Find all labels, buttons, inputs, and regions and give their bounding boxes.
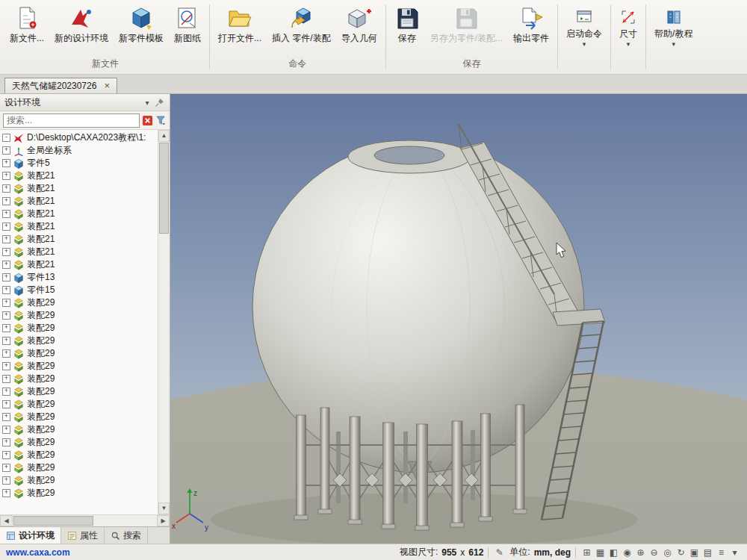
tree-item[interactable]: +装配29 <box>2 398 158 411</box>
zoom-out-icon[interactable]: ⊖ <box>648 547 660 558</box>
scroll-right-icon[interactable]: ▶ <box>157 515 170 526</box>
filter-icon[interactable] <box>155 115 167 126</box>
tree-expand-icon[interactable]: + <box>2 197 10 205</box>
tree-vertical-scrollbar[interactable]: ▲ ▼ <box>158 130 170 514</box>
tree-item[interactable]: +装配29 <box>2 474 158 487</box>
wireframe-icon[interactable]: ▦ <box>594 547 607 558</box>
tree-item[interactable]: +全局坐标系 <box>2 144 158 157</box>
tab-design-environment[interactable]: 设计环境 <box>0 527 61 544</box>
scroll-up-icon[interactable]: ▲ <box>158 130 170 142</box>
tree-item[interactable]: +装配29 <box>2 347 158 360</box>
new-part-template-button[interactable]: 新零件模板 <box>114 2 169 48</box>
new-drawing-button[interactable]: 新图纸 <box>169 2 206 48</box>
tree-root-item[interactable]: - D:\Desktop\CAXA2023教程\1: <box>2 131 158 144</box>
tree-expand-icon[interactable]: + <box>2 324 10 332</box>
scrollbar-thumb[interactable] <box>13 516 93 526</box>
tree-item[interactable]: +零件5 <box>2 157 158 169</box>
close-icon[interactable]: × <box>104 82 110 90</box>
tree-expand-icon[interactable]: + <box>2 413 10 421</box>
help-button[interactable]: 帮助/教程 ▾ <box>649 2 698 49</box>
launch-command-button[interactable]: 启动命令 ▾ <box>561 2 607 49</box>
save-as-button[interactable]: 另存为零件/装配... <box>425 2 508 48</box>
view-cube-icon[interactable]: ▣ <box>688 547 701 558</box>
tree-item[interactable]: +装配29 <box>2 322 158 335</box>
export-part-button[interactable]: 输出零件 <box>508 2 554 48</box>
tree-item[interactable]: +装配29 <box>2 449 158 461</box>
scroll-down-icon[interactable]: ▼ <box>158 503 170 514</box>
tree-collapse-icon[interactable]: - <box>2 134 10 142</box>
tree-expand-icon[interactable]: + <box>2 438 10 447</box>
tree-expand-icon[interactable]: + <box>2 375 10 383</box>
tree-item[interactable]: +装配29 <box>2 423 158 436</box>
tree-item[interactable]: +装配29 <box>2 309 158 322</box>
tree-item[interactable]: +零件15 <box>2 284 158 296</box>
tree-expand-icon[interactable]: + <box>2 362 10 370</box>
new-file-button[interactable]: 新文件... <box>4 2 49 48</box>
new-design-env-button[interactable]: 新的设计环境 <box>49 2 114 48</box>
caxa-website-link[interactable]: www.caxa.com <box>6 547 70 558</box>
grid-icon[interactable]: ▤ <box>701 547 714 558</box>
search-input[interactable] <box>3 113 140 128</box>
tree-expand-icon[interactable]: + <box>2 273 10 281</box>
tree-expand-icon[interactable]: + <box>2 464 10 472</box>
document-tab[interactable]: 天然气储罐20230726 × <box>4 78 117 93</box>
tree-item[interactable]: +装配29 <box>2 296 158 309</box>
tree-expand-icon[interactable]: + <box>2 159 10 167</box>
tree-expand-icon[interactable]: + <box>2 311 10 320</box>
more-options-icon[interactable]: ▾ <box>728 547 741 558</box>
tree-expand-icon[interactable]: + <box>2 235 10 243</box>
tree-expand-icon[interactable]: + <box>2 451 10 459</box>
save-button[interactable]: 保存 <box>389 2 425 48</box>
display-options-icon[interactable]: ≡ <box>715 547 728 558</box>
tree-expand-icon[interactable]: + <box>2 489 10 497</box>
tree-item[interactable]: +装配21 <box>2 169 158 182</box>
tab-properties[interactable]: 属性 <box>61 527 105 544</box>
tree-item[interactable]: +装配21 <box>2 233 158 246</box>
tree-item[interactable]: +装配29 <box>2 487 158 500</box>
tree-expand-icon[interactable]: + <box>2 426 10 434</box>
import-geometry-button[interactable]: 导入几何 <box>336 2 382 48</box>
selection-mode-icon[interactable]: ⊞ <box>580 547 593 558</box>
tree-item[interactable]: +装配29 <box>2 385 158 398</box>
tree-item[interactable]: +装配29 <box>2 373 158 385</box>
tree-item[interactable]: +装配29 <box>2 360 158 373</box>
tree-expand-icon[interactable]: + <box>2 388 10 396</box>
tree-item[interactable]: +装配29 <box>2 411 158 423</box>
tree-item[interactable]: +装配29 <box>2 335 158 347</box>
tree-expand-icon[interactable]: + <box>2 337 10 345</box>
rotate-view-icon[interactable]: ↻ <box>675 547 687 558</box>
zoom-fit-icon[interactable]: ◎ <box>661 547 674 558</box>
scroll-left-icon[interactable]: ◀ <box>0 515 13 526</box>
dimensions-button[interactable]: 尺寸 ▾ <box>614 2 642 49</box>
tree-expand-icon[interactable]: + <box>2 223 10 231</box>
viewport-3d-scene[interactable]: z x y <box>170 94 747 544</box>
tree-horizontal-scrollbar[interactable]: ◀ ▶ <box>0 514 170 526</box>
perspective-icon[interactable]: ◉ <box>621 547 633 558</box>
tab-search[interactable]: 搜索 <box>105 527 148 544</box>
tree-item[interactable]: +装配21 <box>2 182 158 195</box>
tree-item[interactable]: +装配21 <box>2 246 158 258</box>
scrollbar-thumb[interactable] <box>159 143 169 234</box>
tree-expand-icon[interactable]: + <box>2 400 10 408</box>
tree-item[interactable]: +装配29 <box>2 436 158 449</box>
shaded-view-icon[interactable]: ◧ <box>607 547 620 558</box>
tree-expand-icon[interactable]: + <box>2 261 10 269</box>
tree-item[interactable]: +装配21 <box>2 220 158 233</box>
tree-item[interactable]: +装配21 <box>2 208 158 220</box>
tree-expand-icon[interactable]: + <box>2 349 10 358</box>
pin-icon[interactable] <box>153 98 165 108</box>
open-file-button[interactable]: 打开文件... <box>213 2 267 48</box>
tree-expand-icon[interactable]: + <box>2 210 10 218</box>
tree-item[interactable]: +零件13 <box>2 271 158 284</box>
tree-expand-icon[interactable]: + <box>2 146 10 155</box>
insert-part-button[interactable]: 插入 零件/装配 <box>267 2 336 48</box>
tree-expand-icon[interactable]: + <box>2 172 10 180</box>
tree-expand-icon[interactable]: + <box>2 286 10 294</box>
viewport-3d[interactable]: z x y <box>170 94 747 544</box>
clear-search-icon[interactable] <box>142 115 153 126</box>
tree-expand-icon[interactable]: + <box>2 248 10 256</box>
tree-expand-icon[interactable]: + <box>2 184 10 193</box>
chevron-down-icon[interactable]: ▾ <box>141 99 153 107</box>
tree-expand-icon[interactable]: + <box>2 476 10 485</box>
tree-item[interactable]: +装配21 <box>2 258 158 271</box>
